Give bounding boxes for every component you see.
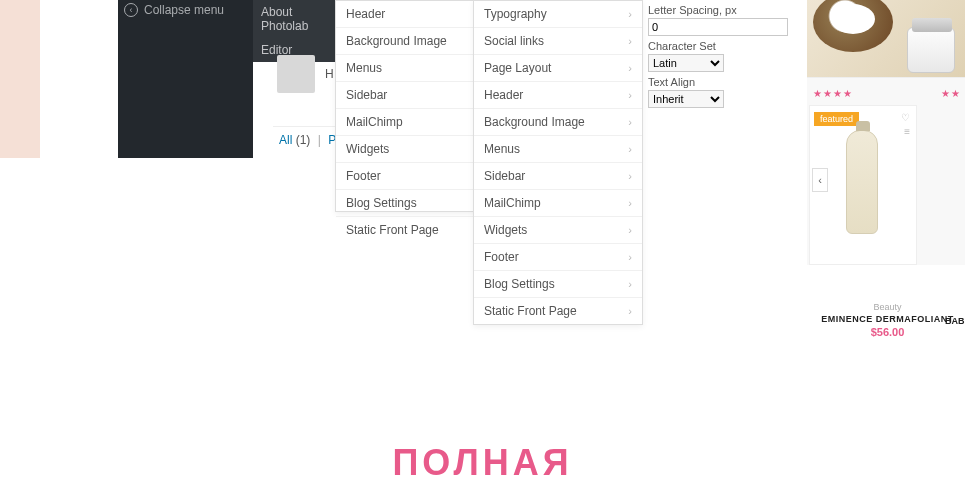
menu-item[interactable]: Blog Settings› <box>474 271 642 298</box>
menu-item[interactable]: Page Layout› <box>474 55 642 82</box>
jar-icon <box>907 27 955 73</box>
chevron-right-icon: › <box>628 143 632 155</box>
align-label: Text Align <box>648 76 793 88</box>
hero-image <box>807 0 965 78</box>
chevron-right-icon: › <box>628 8 632 20</box>
chevron-right-icon: › <box>628 197 632 209</box>
typography-settings: Letter Spacing, px Character Set Latin T… <box>648 0 793 108</box>
customizer-panel-b: Typography› Social links› Page Layout› H… <box>473 0 643 325</box>
menu-item[interactable]: Typography› <box>474 1 642 28</box>
chevron-right-icon: › <box>628 170 632 182</box>
prev-arrow-button[interactable]: ‹ <box>812 168 828 192</box>
letter-spacing-label: Letter Spacing, px <box>648 4 793 16</box>
product-name[interactable]: EMINENCE DERMAFOLIANT <box>810 314 965 324</box>
menu-item[interactable]: Sidebar› <box>474 163 642 190</box>
menu-item[interactable]: Static Front Page› <box>474 298 642 324</box>
headline: ПОЛНАЯ <box>0 442 965 484</box>
product-meta: Beauty EMINENCE DERMAFOLIANT $56.00 <box>810 302 965 338</box>
bg-decor <box>0 0 40 158</box>
rating-row: ★★★★ ★★ <box>807 78 965 101</box>
submenu-item[interactable]: About Photolab <box>253 0 343 38</box>
menu-item[interactable]: Social links› <box>474 28 642 55</box>
avatar <box>277 55 315 93</box>
menu-item[interactable]: Background Image› <box>474 109 642 136</box>
chevron-right-icon: › <box>628 35 632 47</box>
chevron-right-icon: › <box>628 278 632 290</box>
heart-icon[interactable]: ♡ <box>901 112 910 123</box>
letter-spacing-input[interactable] <box>648 18 788 36</box>
stars-left: ★★★★ <box>813 88 853 99</box>
charset-select[interactable]: Latin <box>648 54 724 72</box>
collapse-label: Collapse menu <box>144 3 224 17</box>
collapse-icon: ‹ <box>124 3 138 17</box>
charset-label: Character Set <box>648 40 793 52</box>
menu-item[interactable]: Widgets› <box>474 217 642 244</box>
menu-item[interactable]: MailChimp› <box>474 190 642 217</box>
align-select[interactable]: Inherit <box>648 90 724 108</box>
stars-right: ★★ <box>941 88 961 99</box>
product-price: $56.00 <box>810 326 965 338</box>
chevron-right-icon: › <box>628 62 632 74</box>
menu-item[interactable]: Menus› <box>474 136 642 163</box>
site-preview: ★★★★ ★★ featured ♡ ≡ ‹ <box>807 0 965 265</box>
menu-item[interactable]: Header› <box>474 82 642 109</box>
wp-admin-sidebar: ‹ Collapse menu <box>118 0 253 158</box>
chevron-right-icon: › <box>628 224 632 236</box>
compare-icon[interactable]: ≡ <box>904 126 910 137</box>
menu-item[interactable]: Footer› <box>474 244 642 271</box>
chevron-right-icon: › <box>628 305 632 317</box>
chevron-right-icon: › <box>628 251 632 263</box>
filter-count: (1) <box>296 133 311 147</box>
product-image <box>846 130 878 234</box>
product-name-partial: BAB <box>945 316 965 326</box>
featured-badge: featured <box>814 112 859 126</box>
product-category: Beauty <box>810 302 965 312</box>
product-card[interactable]: featured ♡ ≡ ‹ <box>809 105 917 265</box>
chevron-right-icon: › <box>628 89 632 101</box>
chevron-right-icon: › <box>628 116 632 128</box>
collapse-menu-button[interactable]: ‹ Collapse menu <box>118 0 253 20</box>
filter-sep: | <box>318 133 321 147</box>
coconut-icon <box>813 0 893 52</box>
filter-all[interactable]: All <box>279 133 292 147</box>
headline-text: ПОЛНАЯ <box>0 442 965 484</box>
wp-submenu: About Photolab Editor <box>253 0 343 62</box>
